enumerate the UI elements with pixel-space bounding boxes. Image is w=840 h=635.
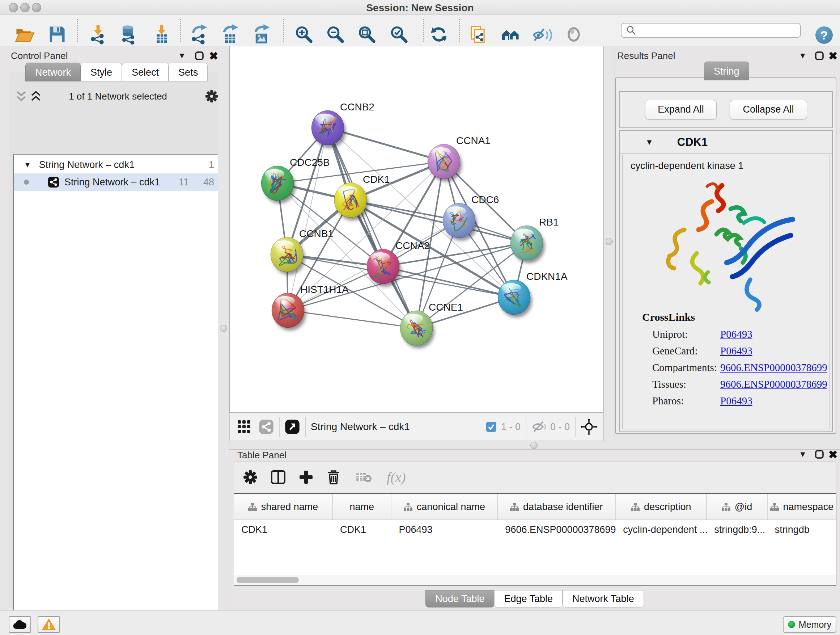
- network-edge[interactable]: [288, 310, 416, 328]
- network-canvas[interactable]: CCNB2CCNA1CDC25BCDK1CDC6RB1CCNB1CCNA2CDK…: [229, 46, 603, 413]
- expand-all-button[interactable]: Expand All: [645, 100, 717, 119]
- network-node-CDKN1A[interactable]: CDKN1A: [498, 271, 568, 318]
- protein-name: CDK1: [677, 136, 707, 149]
- network-row-selected[interactable]: String Network – cdk1 11 48: [14, 173, 219, 191]
- table-horizontal-scrollbar[interactable]: [234, 575, 835, 585]
- crosslink-tissues-link[interactable]: 9606.ENSP00000378699: [720, 378, 827, 390]
- splitter-handle[interactable]: [606, 238, 613, 245]
- warning-icon: [42, 618, 56, 631]
- import-network-database-icon[interactable]: [118, 24, 138, 44]
- zoom-selected-icon[interactable]: [389, 24, 409, 44]
- column-header-description[interactable]: description: [616, 494, 707, 519]
- save-session-icon[interactable]: [47, 24, 67, 44]
- show-view-icon[interactable]: [564, 24, 584, 44]
- results-panel-close-icon[interactable]: ✖: [829, 50, 837, 62]
- column-header-namespace[interactable]: namespace: [767, 494, 836, 519]
- network-edge[interactable]: [351, 200, 527, 243]
- network-edge[interactable]: [328, 128, 416, 328]
- refresh-view-icon[interactable]: [429, 24, 449, 44]
- tab-network-table[interactable]: Network Table: [562, 590, 644, 608]
- results-panel-menu-icon[interactable]: ▼: [799, 51, 807, 60]
- network-node-CCNB2[interactable]: CCNB2: [311, 101, 374, 148]
- tab-style[interactable]: Style: [81, 63, 122, 81]
- cell-description: cyclin-dependent ...: [616, 524, 707, 535]
- tab-sets[interactable]: Sets: [169, 63, 208, 81]
- column-header-name[interactable]: name: [333, 494, 392, 519]
- main-toolbar: ?: [0, 15, 840, 46]
- network-node-CCNE1[interactable]: CCNE1: [400, 302, 463, 348]
- table-panel-float-icon[interactable]: [815, 450, 824, 459]
- hidden-count: 0 - 0: [550, 421, 570, 432]
- collection-expander-icon[interactable]: ▼: [24, 161, 31, 169]
- protein-description: cyclin-dependent kinase 1: [630, 160, 744, 172]
- protein-section-header[interactable]: ▼ CDK1: [620, 131, 832, 154]
- show-columns-icon[interactable]: [270, 469, 286, 485]
- column-header-id[interactable]: @id: [707, 494, 767, 519]
- control-panel-menu-icon[interactable]: ▼: [178, 51, 186, 60]
- control-panel-close-icon[interactable]: ✖: [209, 50, 218, 62]
- crosslink-uniprot-link[interactable]: P06493: [720, 328, 752, 340]
- table-panel-close-icon[interactable]: ✖: [829, 448, 837, 461]
- splitter-handle[interactable]: [220, 325, 227, 332]
- splitter-handle[interactable]: [531, 442, 538, 449]
- delete-column-icon[interactable]: [326, 469, 341, 486]
- selected-checkbox-icon[interactable]: [486, 421, 497, 432]
- hide-view-icon[interactable]: [532, 24, 553, 44]
- add-column-icon[interactable]: [298, 470, 314, 485]
- export-image-icon[interactable]: [252, 24, 272, 44]
- memory-button[interactable]: Memory: [783, 616, 836, 633]
- network-snapshot-icon[interactable]: [468, 24, 488, 44]
- table-row[interactable]: CDK1 CDK1 P06493 9606.ENSP00000378699 cy…: [234, 520, 836, 539]
- table-panel-menu-icon[interactable]: ▼: [799, 450, 807, 459]
- zoom-fit-icon[interactable]: [357, 24, 377, 44]
- import-table-file-icon[interactable]: [152, 24, 172, 44]
- table-options-gear-icon[interactable]: [243, 470, 258, 485]
- control-panel-float-icon[interactable]: [195, 51, 204, 60]
- fit-selected-crosshair-icon[interactable]: [581, 418, 597, 435]
- scrollbar-thumb[interactable]: [237, 577, 299, 583]
- open-file-icon[interactable]: [14, 24, 35, 44]
- splitter-table-panel[interactable]: [229, 441, 840, 450]
- grid-view-icon[interactable]: [236, 419, 252, 435]
- zoom-out-icon[interactable]: [325, 24, 346, 44]
- protein-expander-icon[interactable]: ▼: [645, 138, 653, 147]
- collapse-all-button[interactable]: Collapse All: [729, 100, 807, 119]
- network-node-CDK1[interactable]: CDK1: [334, 174, 390, 220]
- birds-eye-view-icon[interactable]: [500, 24, 521, 44]
- network-collection-row[interactable]: ▼ String Network – cdk1 1: [14, 155, 219, 173]
- network-edge[interactable]: [288, 128, 328, 310]
- zoom-in-icon[interactable]: [294, 24, 314, 44]
- crosslink-pharos-link[interactable]: P06493: [720, 395, 752, 407]
- column-header-shared-name[interactable]: shared name: [234, 494, 333, 519]
- export-network-icon[interactable]: [189, 24, 210, 44]
- help-button[interactable]: ?: [815, 27, 833, 44]
- crosslink-genecard-link[interactable]: P06493: [720, 345, 752, 357]
- tab-node-table[interactable]: Node Table: [425, 590, 494, 608]
- network-node-RB1[interactable]: RB1: [510, 217, 559, 263]
- network-options-gear-icon[interactable]: [205, 89, 218, 103]
- collapse-all-icon[interactable]: [16, 91, 27, 103]
- warning-status-button[interactable]: [38, 616, 60, 633]
- splitter-control-canvas[interactable]: [218, 46, 229, 610]
- export-view-icon[interactable]: [285, 419, 300, 434]
- import-network-file-icon[interactable]: [88, 24, 108, 44]
- network-node-CCNA1[interactable]: CCNA1: [428, 135, 491, 182]
- column-header-database-identifier[interactable]: database identifier: [498, 494, 616, 519]
- tab-network[interactable]: Network: [25, 63, 81, 81]
- export-table-icon[interactable]: [220, 24, 240, 44]
- tab-edge-table[interactable]: Edge Table: [494, 590, 562, 608]
- cloud-status-button[interactable]: [9, 616, 31, 633]
- crosslink-compartments-link[interactable]: 9606.ENSP00000378699: [720, 362, 827, 374]
- network-node-CDC25B[interactable]: CDC25B: [261, 157, 330, 203]
- share-view-icon[interactable]: [259, 419, 274, 434]
- tab-select[interactable]: Select: [122, 63, 169, 81]
- network-edge[interactable]: [383, 266, 514, 297]
- column-header-canonical-name[interactable]: canonical name: [392, 494, 498, 519]
- expand-all-icon[interactable]: [30, 91, 41, 103]
- search-input[interactable]: [621, 23, 801, 38]
- network-node-CCNB1[interactable]: CCNB1: [271, 228, 333, 275]
- results-panel-float-icon[interactable]: [815, 51, 824, 60]
- tab-string[interactable]: String: [704, 62, 749, 80]
- network-node-HIST1H1A[interactable]: HIST1H1A: [272, 284, 349, 331]
- network-view-toolbar: String Network – cdk1 1 - 0 0 - 0: [229, 413, 603, 441]
